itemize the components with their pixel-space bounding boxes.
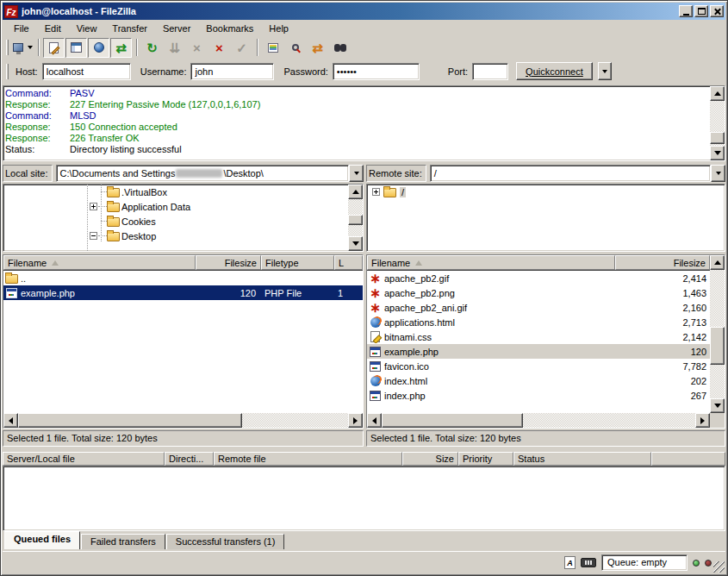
resize-grip[interactable] [713, 561, 725, 573]
scroll-up-button[interactable] [348, 185, 363, 199]
column-header-server-local-file[interactable]: Server/Local file [3, 452, 165, 466]
tree-item-virtualbox[interactable]: .VirtualBox [3, 185, 363, 199]
synchronized-browsing-button[interactable]: ⇄ [307, 38, 328, 58]
toggle-message-log-button[interactable] [43, 38, 65, 58]
file-row[interactable]: ∗apache_pb2_ani.gif2,160 [367, 300, 710, 315]
file-row[interactable]: bitnami.css2,142 [367, 329, 710, 344]
column-header-filename[interactable]: Filename [3, 255, 196, 270]
remote-path-field[interactable]: / [430, 165, 711, 182]
menu-help[interactable]: Help [261, 22, 296, 35]
column-header-size[interactable]: Size [402, 452, 458, 466]
scroll-down-button[interactable] [710, 398, 725, 413]
scroll-thumb[interactable] [710, 132, 725, 144]
column-header-remote-file[interactable]: Remote file [214, 452, 402, 466]
column-header-filetype[interactable]: Filetype [261, 255, 334, 270]
cancel-operation-button[interactable]: × [186, 38, 208, 58]
scroll-thumb[interactable] [710, 327, 725, 365]
remote-site-dropdown-button[interactable] [711, 165, 725, 182]
minimize-button[interactable] [679, 5, 693, 17]
quickconnect-button[interactable]: Quickconnect [516, 62, 593, 80]
local-site-combo[interactable]: C:\Documents and Settings\Desktop\ [56, 165, 364, 182]
file-row[interactable]: ∗apache_pb2.gif2,414 [367, 271, 710, 285]
process-queue-button[interactable]: ⇊ [164, 38, 185, 58]
scroll-up-button[interactable] [710, 255, 725, 270]
tab-failed-transfers[interactable]: Failed transfers [81, 534, 165, 549]
scroll-thumb[interactable] [18, 413, 242, 428]
menu-view[interactable]: View [69, 22, 105, 35]
remote-site-combo[interactable]: / [430, 165, 725, 182]
tree-item-application-data[interactable]: Application Data [3, 199, 363, 214]
scroll-thumb[interactable] [348, 215, 363, 225]
file-row[interactable]: ∗apache_pb2.png1,463 [367, 285, 710, 300]
scroll-up-button[interactable] [710, 86, 725, 101]
scroll-track[interactable] [18, 413, 348, 428]
column-header-filesize[interactable]: Filesize [196, 255, 261, 270]
menu-server[interactable]: Server [155, 22, 198, 35]
refresh-button[interactable]: ↻ [141, 38, 163, 58]
file-row-selected[interactable]: example.php120 [367, 344, 710, 359]
toggle-local-tree-button[interactable] [65, 38, 87, 58]
local-site-dropdown-button[interactable] [349, 165, 364, 182]
quickconnect-dropdown-button[interactable] [598, 62, 612, 80]
file-row-selected[interactable]: example.php 120PHP File1 [3, 285, 363, 300]
scroll-track[interactable] [710, 101, 725, 146]
datatype-indicator-icon[interactable]: A [564, 556, 576, 569]
local-path-field[interactable]: C:\Documents and Settings\Desktop\ [56, 165, 349, 182]
menu-edit[interactable]: Edit [37, 22, 69, 35]
status-bar: A Queue: empty [3, 551, 725, 573]
tree-item-root[interactable]: / [367, 185, 725, 199]
filename-filters-button[interactable] [284, 38, 306, 58]
tree-item-desktop[interactable]: Desktop [3, 229, 363, 243]
port-input[interactable] [472, 63, 508, 80]
column-header-direction[interactable]: Directi... [165, 452, 214, 466]
local-hscrollbar[interactable] [3, 413, 363, 428]
menu-bookmarks[interactable]: Bookmarks [198, 22, 261, 35]
scroll-left-button[interactable] [367, 413, 382, 428]
password-input[interactable] [333, 63, 420, 80]
tab-successful-transfers[interactable]: Successful transfers (1) [166, 534, 285, 549]
site-manager-button[interactable] [12, 38, 34, 58]
host-input[interactable] [42, 63, 131, 80]
file-row[interactable]: favicon.ico7,782 [367, 359, 710, 373]
scroll-down-button[interactable] [348, 236, 363, 251]
scroll-right-button[interactable] [695, 413, 710, 428]
remote-vscrollbar[interactable] [710, 255, 725, 413]
menu-transfer[interactable]: Transfer [104, 22, 155, 35]
column-header-priority[interactable]: Priority [458, 452, 513, 466]
collapse-minus-icon[interactable] [90, 232, 97, 240]
log-scrollbar[interactable] [710, 86, 725, 160]
reconnect-button[interactable]: ✓ [231, 38, 252, 58]
column-header-filesize[interactable]: Filesize [615, 255, 710, 270]
toggle-remote-tree-button[interactable] [88, 38, 109, 58]
file-row-parent-dir[interactable]: .. [3, 271, 363, 285]
scroll-thumb[interactable] [382, 413, 523, 428]
scroll-down-button[interactable] [710, 146, 725, 160]
scroll-track[interactable] [710, 270, 725, 398]
toggle-queue-button[interactable]: ⇄ [110, 38, 132, 58]
scroll-track[interactable] [348, 199, 363, 236]
menu-file[interactable]: File [6, 22, 37, 35]
find-files-button[interactable] [329, 38, 351, 58]
tree-item-cookies[interactable]: Cookies [3, 214, 363, 229]
expand-plus-icon[interactable] [372, 188, 380, 196]
scroll-left-button[interactable] [3, 413, 18, 428]
file-row[interactable]: applications.html2,713 [367, 315, 710, 329]
expand-plus-icon[interactable] [90, 203, 97, 210]
status-badge-icon[interactable] [581, 558, 596, 567]
scroll-right-button[interactable] [348, 413, 363, 428]
column-header-status[interactable]: Status [513, 452, 651, 466]
column-header-modified[interactable]: L [334, 255, 363, 270]
maximize-button[interactable] [694, 5, 708, 17]
column-header-filename[interactable]: Filename [367, 255, 615, 270]
tab-queued-files[interactable]: Queued files [4, 531, 80, 549]
file-row[interactable]: index.php267 [367, 388, 710, 403]
directory-comparison-button[interactable] [262, 38, 283, 58]
queue-list[interactable] [3, 466, 725, 531]
scroll-track[interactable] [382, 413, 695, 428]
username-input[interactable] [190, 63, 274, 80]
disconnect-button[interactable]: × [208, 38, 230, 58]
close-button[interactable] [710, 5, 724, 17]
remote-hscrollbar[interactable] [367, 413, 710, 428]
local-tree-scrollbar[interactable] [348, 185, 363, 251]
file-row[interactable]: index.html202 [367, 373, 710, 388]
